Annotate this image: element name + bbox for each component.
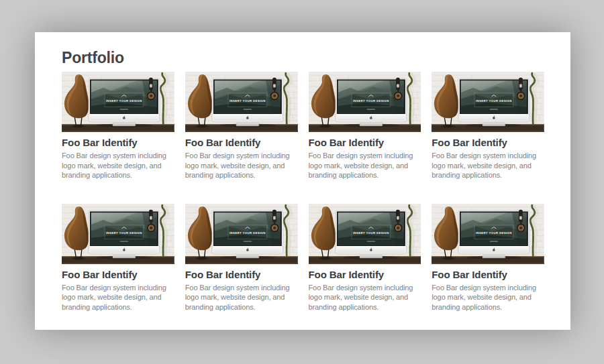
portfolio-item[interactable]: Foo Bar Identify Foo Bar design system i… <box>432 204 544 312</box>
page-title: Portfolio <box>62 48 544 67</box>
portfolio-item-title: Foo Bar Identify <box>185 269 298 280</box>
portfolio-item-description: Foo Bar design system including logo mar… <box>185 283 298 312</box>
portfolio-item-title: Foo Bar Identify <box>185 137 298 148</box>
portfolio-item[interactable]: Foo Bar Identify Foo Bar design system i… <box>185 72 298 180</box>
page-background: { "window": { "background_color": "#caca… <box>0 0 604 364</box>
portfolio-grid: Foo Bar Identify Foo Bar design system i… <box>62 72 544 312</box>
portfolio-card: Portfolio Foo Bar Identify Foo Bar desig… <box>35 32 570 330</box>
portfolio-item-title: Foo Bar Identify <box>432 269 544 280</box>
portfolio-item-title: Foo Bar Identify <box>309 269 421 280</box>
portfolio-item-description: Foo Bar design system including logo mar… <box>62 151 174 180</box>
portfolio-item-title: Foo Bar Identify <box>309 137 421 148</box>
imac-desk-mockup-thumbnail[interactable] <box>432 204 544 264</box>
portfolio-item[interactable]: Foo Bar Identify Foo Bar design system i… <box>185 204 298 312</box>
portfolio-item-description: Foo Bar design system including logo mar… <box>185 151 298 180</box>
portfolio-item-description: Foo Bar design system including logo mar… <box>309 283 421 312</box>
portfolio-item[interactable]: Foo Bar Identify Foo Bar design system i… <box>309 72 421 180</box>
imac-desk-mockup-thumbnail[interactable] <box>185 204 298 264</box>
portfolio-item[interactable]: Foo Bar Identify Foo Bar design system i… <box>432 72 544 180</box>
portfolio-item-title: Foo Bar Identify <box>432 137 544 148</box>
imac-desk-mockup-thumbnail[interactable] <box>309 72 421 132</box>
portfolio-item[interactable]: Foo Bar Identify Foo Bar design system i… <box>62 72 174 180</box>
portfolio-item-title: Foo Bar Identify <box>62 269 174 280</box>
portfolio-item-description: Foo Bar design system including logo mar… <box>432 151 544 180</box>
imac-desk-mockup-thumbnail[interactable] <box>62 72 174 132</box>
portfolio-item[interactable]: Foo Bar Identify Foo Bar design system i… <box>309 204 421 312</box>
portfolio-item-description: Foo Bar design system including logo mar… <box>309 151 421 180</box>
imac-desk-mockup-thumbnail[interactable] <box>309 204 421 264</box>
imac-desk-mockup-thumbnail[interactable] <box>185 72 298 132</box>
imac-desk-mockup-thumbnail[interactable] <box>62 204 174 264</box>
portfolio-item-description: Foo Bar design system including logo mar… <box>432 283 544 312</box>
imac-desk-mockup-thumbnail[interactable] <box>432 72 544 132</box>
portfolio-item-title: Foo Bar Identify <box>62 137 174 148</box>
portfolio-item[interactable]: Foo Bar Identify Foo Bar design system i… <box>62 204 174 312</box>
portfolio-item-description: Foo Bar design system including logo mar… <box>62 283 174 312</box>
